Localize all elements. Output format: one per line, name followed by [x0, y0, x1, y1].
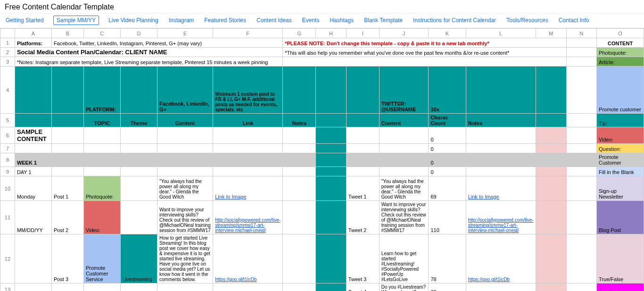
cell[interactable]: Link: [213, 114, 283, 127]
cell[interactable]: [566, 201, 597, 234]
cell[interactable]: DAY 1: [15, 167, 51, 176]
cell[interactable]: Facebook, Twitter, LinkedIn, Instagram, …: [51, 38, 282, 48]
column-header[interactable]: K: [429, 29, 466, 38]
cell[interactable]: [121, 167, 157, 176]
cell[interactable]: SAMPLE CONTENT: [15, 127, 51, 144]
cell[interactable]: Tweet 3: [346, 234, 379, 283]
cell[interactable]: [51, 167, 83, 176]
cell[interactable]: [83, 167, 120, 176]
cell[interactable]: [536, 234, 566, 283]
column-header[interactable]: A: [15, 29, 51, 38]
cell[interactable]: [566, 176, 597, 201]
cell[interactable]: Do you #Livestream? Why or why not?: [379, 283, 429, 291]
cell[interactable]: [15, 114, 51, 127]
cell[interactable]: [121, 144, 157, 153]
cell[interactable]: [121, 201, 157, 234]
cell[interactable]: [536, 201, 566, 234]
cell[interactable]: [346, 144, 379, 153]
spreadsheet-grid[interactable]: ABCDEFGHIJKLMNO 1 Platforms: Facebook, T…: [0, 28, 644, 291]
tab-getting-started[interactable]: Getting Started: [5, 16, 45, 25]
cell[interactable]: Notes: [283, 114, 316, 127]
legend-video[interactable]: Video:: [597, 127, 644, 144]
column-header[interactable]: [0, 29, 15, 38]
cell[interactable]: [566, 48, 597, 57]
cell[interactable]: [51, 144, 83, 153]
tab-tools[interactable]: Tools/Resources: [505, 16, 549, 25]
cell[interactable]: 0: [429, 167, 466, 176]
cell[interactable]: Livestreaming: [121, 234, 157, 283]
cell[interactable]: [213, 153, 283, 167]
cell[interactable]: Minimum 1 custom post to FB & LI, G+ M-F…: [213, 67, 283, 114]
row-header[interactable]: 7: [0, 144, 15, 153]
cell[interactable]: [121, 283, 157, 291]
column-header[interactable]: O: [597, 29, 644, 38]
cell[interactable]: [316, 201, 347, 234]
cell[interactable]: Want to improve your interviewing skills…: [379, 201, 429, 234]
cell-link[interactable]: https://goo.gl/t1icDb: [466, 234, 536, 283]
legend-tip[interactable]: Tip:: [597, 114, 644, 127]
sheet-scroll-area[interactable]: ABCDEFGHIJKLMNO 1 Platforms: Facebook, T…: [0, 28, 644, 291]
cell[interactable]: [283, 153, 316, 167]
legend-signup[interactable]: Sign-up Newsletter: [597, 176, 644, 201]
cell[interactable]: [379, 167, 429, 176]
cell[interactable]: [379, 153, 429, 167]
cell-link[interactable]: http://sociallypowered.com/live-streamin…: [213, 201, 283, 234]
tab-instructions[interactable]: Instructions for Content Calendar: [412, 16, 497, 25]
cell[interactable]: [316, 153, 347, 167]
legend-truefalse[interactable]: True/False: [597, 234, 644, 283]
row-header[interactable]: 10: [0, 176, 15, 201]
cell[interactable]: [283, 234, 316, 283]
cell[interactable]: 0: [429, 144, 466, 153]
cell[interactable]: *Notes: Instagram separate template, Liv…: [15, 57, 282, 67]
cell[interactable]: [566, 167, 597, 176]
cell[interactable]: TWITTER: @USERNAME: [379, 67, 429, 114]
column-header[interactable]: N: [566, 29, 597, 38]
tab-sample-mmyy[interactable]: Sample MM/YY: [53, 16, 99, 25]
cell[interactable]: [83, 283, 120, 291]
cell[interactable]: 78: [429, 234, 466, 283]
cell[interactable]: [536, 176, 566, 201]
cell[interactable]: Tweet 1: [346, 176, 379, 201]
cell[interactable]: [316, 234, 347, 283]
row-header[interactable]: 12: [0, 234, 15, 283]
cell[interactable]: [536, 127, 566, 144]
cell[interactable]: Promote Customer Service: [83, 234, 120, 283]
tab-contact[interactable]: Contact Info: [558, 16, 590, 25]
row-header[interactable]: 11: [0, 201, 15, 234]
column-header[interactable]: M: [536, 29, 566, 38]
cell[interactable]: Content: [157, 114, 213, 127]
cell[interactable]: [466, 283, 536, 291]
tab-blank-template[interactable]: Blank Template: [363, 16, 404, 25]
column-header[interactable]: B: [51, 29, 83, 38]
cell[interactable]: [346, 167, 379, 176]
legend-funfact[interactable]: Fun Fact: [597, 283, 644, 291]
legend-blogpost[interactable]: Blog Post: [597, 201, 644, 234]
tab-featured-stories[interactable]: Featured Stories: [203, 16, 247, 25]
column-header[interactable]: E: [157, 29, 213, 38]
cell[interactable]: Charac Count: [429, 114, 466, 127]
row-header[interactable]: 4: [0, 67, 15, 114]
cell[interactable]: 110: [429, 201, 466, 234]
cell[interactable]: Tweet 2: [346, 201, 379, 234]
cell[interactable]: [213, 127, 283, 144]
cell[interactable]: [15, 283, 51, 291]
cell[interactable]: [283, 144, 316, 153]
cell[interactable]: [566, 144, 597, 153]
cell[interactable]: [157, 167, 213, 176]
cell[interactable]: [566, 38, 597, 48]
cell[interactable]: [566, 283, 597, 291]
legend-promote-svc[interactable]: Promote customer: [597, 67, 644, 114]
cell[interactable]: Theme: [121, 114, 157, 127]
cell[interactable]: Post 2: [51, 201, 83, 234]
cell[interactable]: Content: [379, 114, 429, 127]
cell[interactable]: [346, 67, 379, 114]
tab-live-video[interactable]: Live Video Planning: [107, 16, 159, 25]
cell[interactable]: [83, 127, 120, 144]
cell[interactable]: Post 1: [51, 176, 83, 201]
column-header[interactable]: I: [346, 29, 379, 38]
row-header[interactable]: 13: [0, 283, 15, 291]
cell[interactable]: [536, 153, 566, 167]
cell[interactable]: [283, 176, 316, 201]
cell[interactable]: How to get started Live Streaming! In th…: [157, 234, 213, 283]
tab-hashtags[interactable]: Hashtags: [329, 16, 355, 25]
